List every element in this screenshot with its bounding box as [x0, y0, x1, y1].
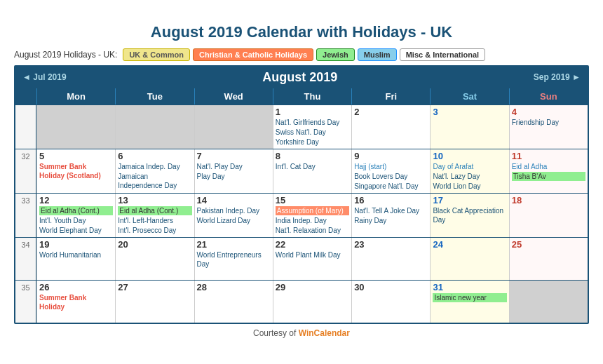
day-number: 6 [118, 151, 191, 161]
day-number: 2 [354, 107, 428, 117]
calendar-event: World Humanitarian [39, 250, 113, 259]
calendar-week-row: 3419World Humanitarian2021World Entrepre… [15, 237, 588, 280]
calendar-day-cell: 26Summer Bank Holiday [36, 281, 115, 323]
calendar-event: Book Lovers Day [354, 172, 428, 181]
calendar-header: ◄ Jul 2019 August 2019 Sep 2019 ► [15, 67, 588, 88]
calendar-event: Jamaican Independence Day [118, 172, 191, 190]
filter-jewish[interactable]: Jewish [316, 48, 355, 61]
calendar-event: Tisha B'Av [512, 172, 585, 181]
calendar-event: Int'l. Prosecco Day [118, 226, 191, 235]
day-number: 26 [39, 282, 113, 292]
day-number: 22 [276, 239, 349, 250]
calendar-event: World Entrepreneurs Day [197, 250, 271, 269]
day-header-sun: Sun [509, 88, 588, 105]
calendar-day-cell: 10Day of ArafatNat'l. Lazy DayWorld Lion… [430, 149, 508, 193]
calendar-event: Assumption (of Mary) [276, 206, 349, 215]
prev-month-link[interactable]: ◄ Jul 2019 [22, 72, 67, 82]
filter-muslim[interactable]: Muslim [358, 48, 397, 61]
calendar-day-cell: 13Eid al Adha (Cont.)Int'l. Left-Handers… [115, 194, 194, 237]
day-header-mon: Mon [36, 88, 115, 105]
day-number: 28 [197, 282, 271, 292]
calendar-event: Singapore Nat'l. Day [354, 182, 428, 191]
calendar-day-cell: 20 [115, 238, 194, 280]
day-number: 5 [39, 151, 113, 161]
calendar-day-cell: 3 [430, 105, 508, 149]
calendar-event: Eid al Adha (Cont.) [39, 206, 113, 215]
day-number: 23 [354, 239, 428, 250]
calendar-day-cell: 25 [509, 238, 588, 280]
day-header-wed: Wed [194, 88, 273, 105]
calendar-week-row: 1Nat'l. Girlfriends DaySwiss Nat'l. DayY… [15, 105, 588, 149]
filter-misc[interactable]: Misc & International [400, 48, 486, 61]
day-number: 25 [512, 239, 585, 250]
day-number: 15 [276, 195, 349, 205]
filter-label: August 2019 Holidays - UK: [14, 50, 117, 60]
day-number: 7 [197, 151, 271, 161]
calendar-event: Summer Bank Holiday [39, 293, 113, 311]
calendar-day-cell: 15Assumption (of Mary)India Indep. DayNa… [273, 194, 351, 237]
calendar-day-cell: 6Jamaica Indep. DayJamaican Independence… [115, 149, 194, 193]
filter-uk[interactable]: UK & Common [123, 48, 190, 61]
calendar-event: Black Cat Appreciation Day [433, 206, 506, 224]
courtesy-row: Courtesy of WinCalendar [14, 328, 589, 338]
day-number: 27 [118, 282, 191, 292]
calendar-day-cell: 18 [509, 194, 588, 237]
day-number: 3 [433, 107, 506, 117]
calendar-day-cell: 8Int'l. Cat Day [273, 149, 351, 193]
calendar-event: Nat'l. Tell A Joke Day [354, 206, 428, 215]
calendar-event: Pakistan Indep. Day [197, 206, 271, 215]
calendar-event: World Elephant Day [39, 226, 113, 235]
calendar-event: Nat'l. Relaxation Day [276, 226, 349, 235]
calendar-week-row: 325Summer Bank Holiday (Scotland)6Jamaic… [15, 149, 588, 193]
day-number: 30 [354, 282, 428, 292]
calendar-day-cell: 23 [351, 238, 430, 280]
courtesy-text: Courtesy of [253, 328, 299, 338]
calendar-day-cell: 27 [115, 281, 194, 323]
calendar-day-cell: 2 [351, 105, 430, 149]
calendar-event: Yorkshire Day [276, 137, 349, 147]
day-number: 8 [276, 151, 349, 161]
calendar-day-cell: 14Pakistan Indep. DayWorld Lizard Day [194, 194, 273, 237]
calendar-day-cell: 19World Humanitarian [36, 238, 115, 280]
calendar-day-cell [509, 281, 588, 323]
calendar-day-cell: 30 [351, 281, 430, 323]
calendar-event: Nat'l. Girlfriends Day [276, 118, 349, 127]
calendar-event: Int'l. Left-Handers [118, 216, 191, 225]
calendar-event: Eid al Adha [512, 162, 585, 171]
week-number: 34 [15, 238, 36, 280]
next-month-link[interactable]: Sep 2019 ► [534, 72, 581, 82]
courtesy-link[interactable]: WinCalendar [299, 328, 350, 338]
day-number: 20 [118, 239, 191, 250]
day-number: 12 [39, 195, 113, 205]
day-number: 16 [354, 195, 428, 205]
day-number: 4 [512, 107, 585, 117]
calendar-day-cell [115, 105, 194, 149]
calendar-event: Swiss Nat'l. Day [276, 128, 349, 137]
calendar-event: Day of Arafat [433, 162, 506, 171]
calendar-day-cell: 12Eid al Adha (Cont.)Int'l. Youth DayWor… [36, 194, 115, 237]
day-header-tue: Tue [115, 88, 194, 105]
filter-christian[interactable]: Christian & Catholic Holidays [193, 48, 313, 61]
day-number: 29 [276, 282, 349, 292]
calendar-event: Play Day [197, 172, 271, 181]
page-wrapper: August 2019 Calendar with Holidays - UK … [0, 16, 603, 349]
calendar-event: Int'l. Youth Day [39, 216, 113, 225]
filter-row: August 2019 Holidays - UK: UK & Common C… [14, 48, 589, 61]
calendar-day-cell: 9Hajj (start)Book Lovers DaySingapore Na… [351, 149, 430, 193]
calendar-container: ◄ Jul 2019 August 2019 Sep 2019 ► Mon Tu… [14, 65, 589, 324]
calendar-week-row: 3312Eid al Adha (Cont.)Int'l. Youth DayW… [15, 193, 588, 237]
calendar-event: Hajj (start) [354, 162, 428, 171]
week-num-header [15, 88, 36, 105]
calendar-day-cell: 4Friendship Day [509, 105, 588, 149]
day-number: 11 [512, 151, 585, 161]
day-number: 1 [276, 107, 349, 117]
calendar-day-cell: 11Eid al AdhaTisha B'Av [509, 149, 588, 193]
week-number: 33 [15, 194, 36, 237]
day-number: 13 [118, 195, 191, 205]
calendar-body: 1Nat'l. Girlfriends DaySwiss Nat'l. DayY… [15, 105, 588, 323]
calendar-day-cell [36, 105, 115, 149]
calendar-day-cell: 29 [273, 281, 351, 323]
day-number: 31 [433, 282, 506, 292]
day-number: 14 [197, 195, 271, 205]
calendar-event: India Indep. Day [276, 216, 349, 225]
